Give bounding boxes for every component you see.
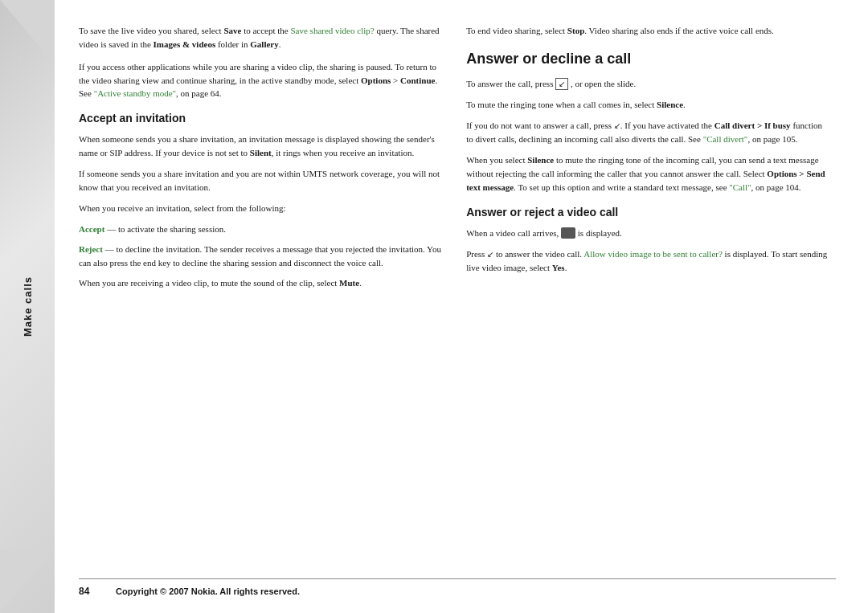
save-shared-link: Save shared video clip? bbox=[290, 26, 374, 35]
options-send-bold: Options > Send text message bbox=[466, 169, 825, 192]
video-call-arrives: When a video call arrives, is displayed. bbox=[466, 227, 829, 240]
mute-bold: Mute bbox=[339, 278, 359, 288]
press-key-icon: ↙ bbox=[487, 250, 493, 259]
reject-item: Reject — to decline the invitation. The … bbox=[79, 243, 442, 270]
call-key-icon: ↙ bbox=[555, 78, 568, 90]
active-standby-link: "Active standby mode" bbox=[94, 88, 176, 98]
stop-bold: Stop bbox=[567, 26, 584, 35]
footer: 84 Copyright © 2007 Nokia. All rights re… bbox=[79, 578, 836, 597]
page-container: Make calls To save the live video you sh… bbox=[0, 0, 868, 613]
video-answer-para: Press ↙ to answer the video call. Allow … bbox=[466, 247, 829, 275]
video-icon bbox=[561, 227, 575, 239]
accept-item: Accept — to activate the sharing session… bbox=[79, 223, 442, 236]
no-answer-para: If you do not want to answer a call, pre… bbox=[466, 119, 829, 146]
yes-bold: Yes bbox=[552, 263, 565, 272]
allow-video-link: Allow video image to be sent to caller? bbox=[583, 249, 723, 259]
body-para1: When someone sends you a share invitatio… bbox=[79, 133, 442, 160]
left-column: To save the live video you shared, selec… bbox=[79, 24, 442, 570]
silent-bold: Silent bbox=[250, 148, 272, 157]
call-divert-bold: Call divert > If busy bbox=[714, 121, 791, 130]
end-key-icon: ↙ bbox=[614, 121, 620, 130]
accept-invitation-heading: Accept an invitation bbox=[79, 112, 442, 125]
answer-decline-heading: Answer or decline a call bbox=[466, 51, 829, 67]
save-bold: Save bbox=[223, 26, 241, 35]
call-link: "Call" bbox=[729, 182, 751, 192]
silence-bold2: Silence bbox=[527, 155, 554, 165]
silence-word: Silence bbox=[657, 100, 683, 109]
answer-para: To answer the call, press ↙ , or open th… bbox=[466, 77, 829, 91]
silence-text-para: When you select Silence to mute the ring… bbox=[466, 153, 829, 194]
copyright-text: Copyright © 2007 Nokia. All rights reser… bbox=[116, 586, 300, 596]
mute-para: When you are receiving a video clip, to … bbox=[79, 276, 442, 290]
body-para3: When you receive an invitation, select f… bbox=[79, 202, 442, 215]
main-content: To save the live video you shared, selec… bbox=[55, 0, 868, 613]
right-intro-para: To end video sharing, select Stop. Video… bbox=[466, 24, 829, 38]
silence-para: To mute the ringing tone when a call com… bbox=[466, 98, 829, 112]
intro-para2: If you access other applications while y… bbox=[79, 60, 442, 100]
accept-label: Accept bbox=[79, 224, 104, 234]
sidebar-triangle-bottom bbox=[0, 549, 55, 613]
columns: To save the live video you shared, selec… bbox=[79, 24, 836, 570]
right-column: To end video sharing, select Stop. Video… bbox=[466, 24, 829, 570]
reject-label: Reject bbox=[79, 244, 103, 254]
sidebar-label: Make calls bbox=[22, 276, 34, 337]
continue-bold: Continue bbox=[400, 76, 435, 85]
body-para2: If someone sends you a share invitation … bbox=[79, 167, 442, 194]
call-divert-link: "Call divert" bbox=[703, 134, 748, 144]
sidebar-triangle-top bbox=[0, 0, 55, 64]
options-bold: Options bbox=[361, 76, 391, 85]
sidebar: Make calls bbox=[0, 0, 55, 613]
images-bold: Images & videos bbox=[154, 39, 216, 49]
answer-reject-video-heading: Answer or reject a video call bbox=[466, 206, 829, 219]
intro-para1: To save the live video you shared, selec… bbox=[79, 24, 442, 51]
page-number: 84 bbox=[79, 586, 103, 597]
gallery-bold: Gallery bbox=[250, 39, 278, 49]
